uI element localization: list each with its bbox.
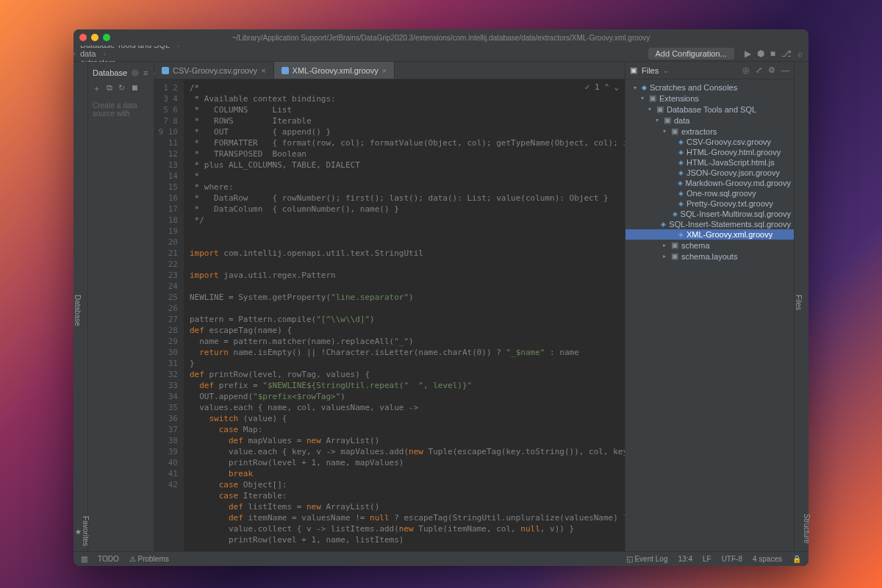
stop-icon[interactable]: ■ bbox=[770, 49, 775, 59]
status-caret-pos[interactable]: 13:4 bbox=[678, 555, 692, 563]
tree-folder[interactable]: ▾◆Scratches and Consoles bbox=[625, 82, 794, 93]
settings-icon[interactable]: ⚙ bbox=[768, 65, 775, 75]
debug-icon[interactable]: ⬢ bbox=[757, 49, 764, 59]
right-rail: Files Structure bbox=[794, 62, 808, 551]
editor-tab[interactable]: CSV-Groovy.csv.groovy× bbox=[154, 62, 274, 79]
line-gutter: 1 2 3 4 5 6 7 8 9 10 11 12 13 14 15 16 1… bbox=[154, 79, 184, 551]
tree-folder[interactable]: ▾▣Extensions bbox=[625, 93, 794, 104]
status-encoding[interactable]: UTF-8 bbox=[722, 555, 742, 563]
favorites-rail[interactable]: ★ Favorites bbox=[74, 507, 88, 551]
add-configuration-button[interactable]: Add Configuration... bbox=[648, 48, 734, 60]
main-area: Database Database ◎ ≡ ⤢ ＋ ⧉ ↻ ⏹ Create a… bbox=[74, 62, 808, 551]
left-rail[interactable]: Database bbox=[74, 62, 88, 551]
tree-file[interactable]: ◈SQL-Insert-Multirow.sql.groovy bbox=[625, 209, 794, 219]
file-icon bbox=[282, 67, 289, 74]
editor-tab[interactable]: XML-Groovy.xml.groovy× bbox=[274, 62, 395, 79]
tree-folder[interactable]: ▾▣Database Tools and SQL bbox=[625, 104, 794, 115]
status-eventlog[interactable]: ◱ Event Log bbox=[626, 555, 668, 563]
status-todo[interactable]: TODO bbox=[98, 555, 119, 563]
search-icon[interactable]: ⌕ bbox=[797, 49, 803, 59]
database-panel-title: Database bbox=[93, 68, 127, 77]
code-area[interactable]: /* * Available context bindings: * COLUM… bbox=[184, 79, 625, 551]
tree-file[interactable]: ◈Markdown-Groovy.md.groovy bbox=[625, 178, 794, 188]
tree-file[interactable]: ◈One-row.sql.groovy bbox=[625, 188, 794, 198]
editor-column: CSV-Groovy.csv.groovy×XML-Groovy.xml.gro… bbox=[154, 62, 625, 551]
file-icon bbox=[162, 67, 169, 74]
code-editor[interactable]: ✓ 1 ⌃ ⌄ 1 2 3 4 5 6 7 8 9 10 11 12 13 14… bbox=[154, 79, 625, 551]
files-icon: ▣ bbox=[630, 65, 637, 75]
tree-file[interactable]: ◈HTML-Groovy.html.groovy bbox=[625, 147, 794, 157]
titlebar: ~/Library/Application Support/JetBrains/… bbox=[74, 29, 808, 46]
tree-folder[interactable]: ▾▣extractors bbox=[625, 126, 794, 137]
run-icon[interactable]: ▶ bbox=[745, 49, 751, 59]
files-panel: ▣ Files ⌄ ◎ ⤢ ⚙ — ▾◆Scratches and Consol… bbox=[625, 62, 794, 551]
file-tree[interactable]: ▾◆Scratches and Consoles▾▣Extensions▾▣Da… bbox=[625, 79, 794, 551]
files-scope-chevron-icon[interactable]: ⌄ bbox=[663, 67, 669, 74]
breadcrumb-item[interactable]: data bbox=[76, 49, 184, 58]
tree-file[interactable]: ◈SQL-Insert-Statements.sql.groovy bbox=[625, 219, 794, 229]
hide-icon[interactable]: — bbox=[781, 65, 789, 75]
status-problems[interactable]: ⚠ Problems bbox=[129, 555, 169, 563]
tree-file[interactable]: ◈Pretty-Groovy.txt.groovy bbox=[625, 198, 794, 209]
editor-tabs: CSV-Groovy.csv.groovy×XML-Groovy.xml.gro… bbox=[154, 62, 625, 79]
stop2-icon[interactable]: ⏹ bbox=[131, 83, 139, 94]
inspection-badge[interactable]: ✓ 1 ⌃ ⌄ bbox=[585, 82, 619, 92]
status-lock-icon[interactable]: 🔒 bbox=[792, 555, 801, 563]
breadcrumb: ‹ extensionsDatabase Tools and SQLdataex… bbox=[74, 46, 808, 62]
run-toolbar: ▶ ⬢ ■ ⎇ ⌕ bbox=[739, 49, 808, 59]
tree-file[interactable]: ◈JSON-Groovy.json.groovy bbox=[625, 168, 794, 178]
add-icon[interactable]: ＋ bbox=[93, 83, 101, 94]
panel-hint: Create a data source with bbox=[91, 97, 151, 122]
select-opened-icon[interactable]: ◎ bbox=[742, 65, 750, 75]
app-window: ~/Library/Application Support/JetBrains/… bbox=[74, 29, 808, 566]
expand-icon[interactable]: ⤢ bbox=[756, 65, 762, 75]
database-panel: Database ◎ ≡ ⤢ ＋ ⧉ ↻ ⏹ Create a data sou… bbox=[88, 62, 154, 551]
close-tab-icon[interactable]: × bbox=[382, 66, 387, 75]
tree-file[interactable]: ◈XML-Groovy.xml.groovy bbox=[625, 229, 794, 240]
status-line-sep[interactable]: LF bbox=[703, 555, 711, 563]
filter-icon[interactable]: ≡ bbox=[143, 68, 148, 77]
tree-file[interactable]: ◈HTML-JavaScript.html.js bbox=[625, 157, 794, 168]
status-left-icon[interactable]: ▥ bbox=[81, 555, 87, 563]
right-rail-files[interactable]: Files bbox=[795, 69, 803, 551]
status-indent[interactable]: 4 spaces bbox=[753, 555, 782, 563]
status-bar: ▥ TODO ⚠ Problems ◱ Event Log 13:4 LF UT… bbox=[74, 551, 808, 566]
refresh-icon[interactable]: ↻ bbox=[118, 83, 125, 94]
files-panel-title: Files bbox=[642, 66, 659, 75]
tree-folder[interactable]: ▸▣schema.layouts bbox=[625, 251, 794, 262]
close-tab-icon[interactable]: × bbox=[261, 66, 265, 75]
tree-folder[interactable]: ▸▣schema bbox=[625, 240, 794, 251]
target-icon[interactable]: ◎ bbox=[132, 68, 139, 77]
tree-file[interactable]: ◈CSV-Groovy.csv.groovy bbox=[625, 137, 794, 147]
tree-folder[interactable]: ▾▣data bbox=[625, 115, 794, 126]
right-rail-structure[interactable]: Structure bbox=[803, 514, 811, 544]
git-icon[interactable]: ⎇ bbox=[781, 49, 792, 59]
window-title: ~/Library/Application Support/JetBrains/… bbox=[74, 34, 808, 42]
copy-icon[interactable]: ⧉ bbox=[107, 83, 112, 94]
